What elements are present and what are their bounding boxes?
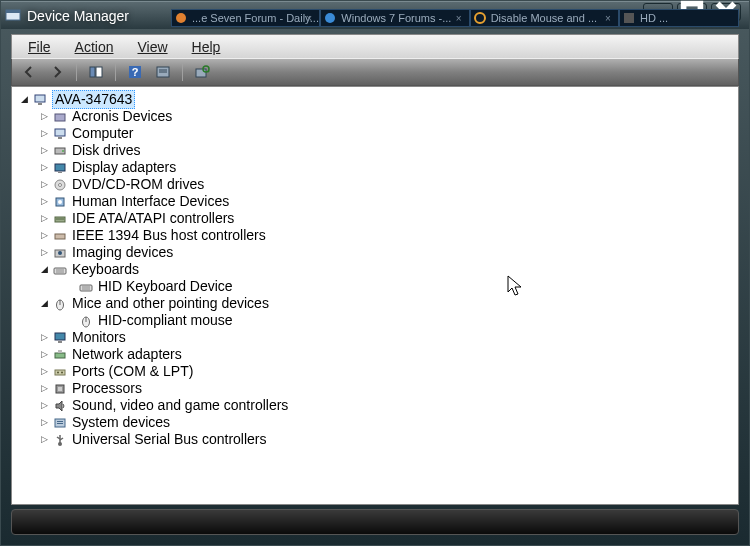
tree-category-node[interactable]: ▷System devices — [38, 414, 736, 431]
expand-toggle-icon[interactable]: ▷ — [38, 159, 50, 176]
svg-rect-1 — [6, 10, 20, 13]
tab-close-icon[interactable]: × — [456, 13, 466, 23]
toolbar-separator — [115, 63, 116, 81]
svg-rect-52 — [55, 370, 65, 375]
expand-toggle-icon[interactable]: ▷ — [38, 193, 50, 210]
svg-rect-48 — [55, 333, 65, 340]
toolbar: ? — [11, 58, 739, 86]
browser-tab[interactable]: HD ... — [619, 9, 739, 27]
svg-rect-21 — [38, 103, 42, 105]
tree-category-node[interactable]: ▷Disk drives — [38, 142, 736, 159]
svg-point-30 — [59, 183, 62, 186]
node-label: Network adapters — [72, 346, 182, 363]
tree-category-node[interactable]: ▷Ports (COM & LPT) — [38, 363, 736, 380]
tree-category-node[interactable]: ▷Sound, video and game controllers — [38, 397, 736, 414]
svg-rect-20 — [35, 95, 45, 102]
tree-category-node[interactable]: ▷Monitors — [38, 329, 736, 346]
cpu-icon — [52, 381, 68, 397]
menu-help[interactable]: Help — [182, 37, 231, 57]
svg-rect-10 — [90, 67, 95, 77]
expand-toggle-icon[interactable]: ▷ — [38, 363, 50, 380]
tree-device-node[interactable]: HID Keyboard Device — [64, 278, 736, 295]
tab-label: ...e Seven Forum - Daily... — [192, 12, 319, 24]
tree-category-node[interactable]: ▷Universal Serial Bus controllers — [38, 431, 736, 448]
tree-root-node[interactable]: ◢AVA-347643 — [18, 91, 736, 108]
tree-category-node[interactable]: ◢Mice and other pointing devices — [38, 295, 736, 312]
keyboard-icon — [52, 262, 68, 278]
collapse-toggle-icon[interactable]: ◢ — [38, 295, 50, 312]
scan-hardware-button[interactable] — [191, 62, 213, 82]
svg-point-54 — [61, 371, 63, 373]
node-label: Disk drives — [72, 142, 140, 159]
node-label: Ports (COM & LPT) — [72, 363, 193, 380]
tree-category-node[interactable]: ▷Imaging devices — [38, 244, 736, 261]
forward-button[interactable] — [46, 62, 68, 82]
svg-point-53 — [57, 371, 59, 373]
browser-tab[interactable]: ...e Seven Forum - Daily... × — [171, 9, 320, 27]
expand-toggle-icon[interactable]: ▷ — [38, 210, 50, 227]
svg-rect-28 — [58, 172, 62, 173]
expand-toggle-icon[interactable]: ▷ — [38, 244, 50, 261]
tree-category-node[interactable]: ◢Keyboards — [38, 261, 736, 278]
tree-category-node[interactable]: ▷Network adapters — [38, 346, 736, 363]
sound-icon — [52, 398, 68, 414]
svg-rect-24 — [58, 137, 62, 139]
tree-category-node[interactable]: ▷DVD/CD-ROM drives — [38, 176, 736, 193]
tab-close-icon[interactable]: × — [306, 13, 316, 23]
node-label: AVA-347643 — [52, 90, 135, 109]
tree-category-node[interactable]: ▷Computer — [38, 125, 736, 142]
expand-toggle-icon[interactable]: ▷ — [38, 142, 50, 159]
tree-category-node[interactable]: ▷IEEE 1394 Bus host controllers — [38, 227, 736, 244]
expand-toggle-icon[interactable]: ▷ — [38, 125, 50, 142]
expand-toggle-icon[interactable]: ▷ — [38, 380, 50, 397]
imaging-icon — [52, 245, 68, 261]
svg-text:?: ? — [132, 66, 139, 78]
expand-toggle-icon[interactable]: ▷ — [38, 176, 50, 193]
node-label: IDE ATA/ATAPI controllers — [72, 210, 234, 227]
tree-category-node[interactable]: ▷Human Interface Devices — [38, 193, 736, 210]
back-button[interactable] — [18, 62, 40, 82]
expand-toggle-icon[interactable]: ▷ — [38, 346, 50, 363]
node-label: Processors — [72, 380, 142, 397]
keyboard-icon — [78, 279, 94, 295]
show-hide-console-tree-button[interactable] — [85, 62, 107, 82]
tree-category-node[interactable]: ▷Acronis Devices — [38, 108, 736, 125]
svg-point-26 — [62, 150, 64, 152]
window-title: Device Manager — [27, 8, 129, 24]
expand-toggle-icon[interactable]: ▷ — [38, 414, 50, 431]
svg-rect-58 — [57, 421, 63, 422]
expand-toggle-icon[interactable]: ▷ — [38, 108, 50, 125]
collapse-toggle-icon[interactable]: ◢ — [18, 91, 30, 108]
browser-tab[interactable]: Windows 7 Forums -... × — [320, 9, 469, 27]
disk-icon — [52, 143, 68, 159]
svg-rect-49 — [58, 341, 62, 343]
tree-category-node[interactable]: ▷Processors — [38, 380, 736, 397]
svg-rect-9 — [624, 13, 634, 23]
help-button[interactable]: ? — [124, 62, 146, 82]
device-tree: ◢AVA-347643▷Acronis Devices▷Computer▷Dis… — [12, 87, 738, 452]
tab-label: Disable Mouse and ... — [491, 12, 597, 24]
node-label: Keyboards — [72, 261, 139, 278]
tree-category-node[interactable]: ▷Display adapters — [38, 159, 736, 176]
expand-toggle-icon[interactable]: ▷ — [38, 397, 50, 414]
mouse-icon — [52, 296, 68, 312]
collapse-toggle-icon[interactable]: ◢ — [38, 261, 50, 278]
device-tree-pane[interactable]: ◢AVA-347643▷Acronis Devices▷Computer▷Dis… — [11, 86, 739, 505]
app-icon — [5, 8, 21, 24]
node-label: Universal Serial Bus controllers — [72, 431, 267, 448]
menubar: File Action View Help — [11, 34, 739, 58]
browser-tab[interactable]: Disable Mouse and ... × — [470, 9, 619, 27]
monitor-icon — [52, 330, 68, 346]
expand-toggle-icon[interactable]: ▷ — [38, 329, 50, 346]
expand-toggle-icon[interactable]: ▷ — [38, 227, 50, 244]
tree-category-node[interactable]: ▷IDE ATA/ATAPI controllers — [38, 210, 736, 227]
tab-close-icon[interactable]: × — [605, 13, 615, 23]
properties-button[interactable] — [152, 62, 174, 82]
node-label: Human Interface Devices — [72, 193, 229, 210]
tree-device-node[interactable]: HID-compliant mouse — [64, 312, 736, 329]
menu-file[interactable]: File — [18, 37, 61, 57]
favicon-icon — [175, 12, 187, 24]
expand-toggle-icon[interactable]: ▷ — [38, 431, 50, 448]
menu-action[interactable]: Action — [65, 37, 124, 57]
menu-view[interactable]: View — [127, 37, 177, 57]
